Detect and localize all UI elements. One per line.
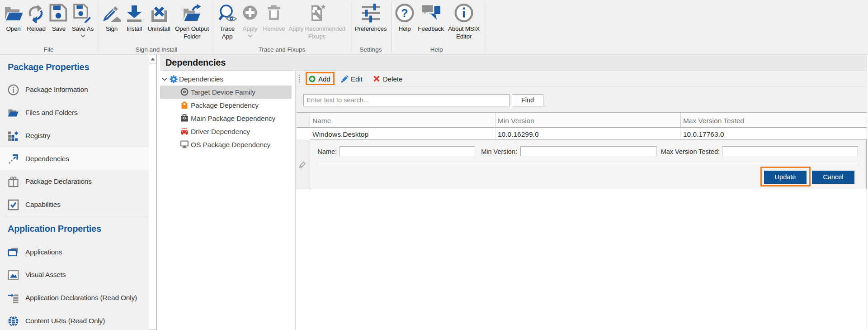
svg-text:?: ?: [401, 7, 408, 19]
